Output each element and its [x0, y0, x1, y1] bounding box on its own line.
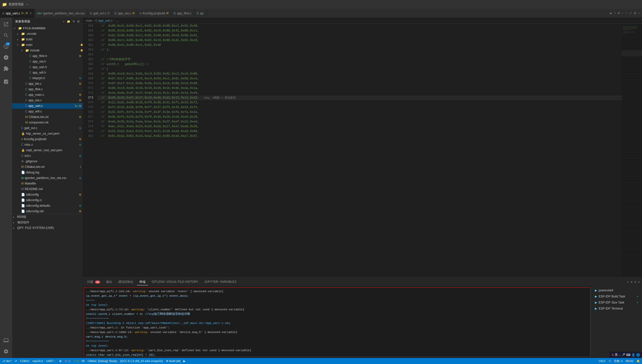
- status-spaces[interactable]: 空格: 4: [614, 359, 623, 363]
- back-icon[interactable]: ←: [622, 12, 623, 15]
- sidebar-item-misc[interactable]: ▸ C misc.c U: [12, 142, 83, 147]
- tab-gitlens[interactable]: GITLENS: VISUAL FILE HISTORY: [149, 279, 201, 285]
- sidebar-item-app-ota-c[interactable]: ▸ C app_ota.c M: [12, 98, 83, 103]
- sidebar-item-timeline[interactable]: ▸ 时间线: [12, 214, 83, 220]
- status-chip[interactable]: esp32c3: [33, 359, 43, 362]
- minimap[interactable]: [622, 24, 642, 277]
- split-icon[interactable]: ⊞: [618, 11, 620, 15]
- maximize-terminal-icon[interactable]: ∨: [634, 280, 636, 284]
- sidebar-item-app-uart-c[interactable]: ▸ C app_uart.c 9+, M: [12, 103, 83, 109]
- sidebar-item-gitignore[interactable]: ▸ ⚙ .gitignore: [12, 159, 83, 164]
- sidebar-item-mqtt-cert[interactable]: ▸ 🔒 mqtt_server_root_cert.pem: [12, 147, 83, 153]
- activity-explorer[interactable]: [2, 20, 11, 29]
- sidebar-item-kconfig[interactable]: ▸ ≡ Kconfig.projbuild M: [12, 136, 83, 142]
- activity-settings[interactable]: [2, 347, 11, 356]
- run-icon[interactable]: ▶: [610, 11, 612, 15]
- sidebar-item-app-wifi-c[interactable]: ▸ C app_wifi.c: [12, 109, 83, 114]
- status-errors[interactable]: ⊗ 20: [65, 359, 71, 363]
- add-terminal-icon[interactable]: +: [627, 280, 629, 284]
- sidebar-item-app-wifi-h[interactable]: ▸ C app_wifi.h: [12, 70, 83, 75]
- sougou-ime[interactable]: S 英 ·, 🎤 ⌨ 👤 🌐: [610, 352, 642, 358]
- expand-icon[interactable]: ⤢: [629, 11, 632, 15]
- status-warnings[interactable]: ⚠ 0: [74, 359, 78, 363]
- tab-debug-console[interactable]: 调试控制台: [116, 279, 136, 285]
- debug-icon[interactable]: ⬇: [614, 11, 616, 15]
- status-crlf[interactable]: CRLF: [599, 359, 606, 363]
- sidebar-item-vscode[interactable]: ▸ 📁 .vscode: [12, 31, 83, 37]
- status-screen[interactable]: 🖥: [59, 359, 62, 362]
- terminal-content[interactable]: ../main/app_wifi.c:191:28: warning: unus…: [84, 287, 591, 357]
- status-branch[interactable]: ⎇ dev*: [2, 359, 12, 363]
- activity-git[interactable]: 19: [2, 42, 11, 51]
- collapse-terminal-icon[interactable]: ∧: [631, 280, 633, 284]
- sidebar-item-app-uart-h[interactable]: ▸ C app_uart.h: [12, 64, 83, 70]
- sidebar-item-bleprph-h[interactable]: ▸ C bleprph.h U: [12, 75, 83, 81]
- status-build[interactable]: ⚙ Build [all]: [166, 359, 181, 363]
- tab-jupyter[interactable]: JUPYTER: VARIABLES: [202, 279, 239, 285]
- more-icon2[interactable]: ⋯: [638, 11, 640, 15]
- sidebar-item-build[interactable]: ▸ 📁 build: [12, 37, 83, 42]
- sidebar-item-app-ble[interactable]: ▸ C app_ble.c M: [12, 81, 83, 86]
- tab-output[interactable]: 输出: [104, 279, 115, 285]
- sidebar-item-component-mk[interactable]: ▸ M component.mk: [12, 120, 83, 125]
- tab-problems[interactable]: 问题 88: [85, 279, 103, 285]
- terminal-item-powershell[interactable]: ▶ powershell: [593, 288, 640, 293]
- terminal-item-espidf-size[interactable]: ▶ ESP-IDF Size Task ✓: [593, 300, 640, 305]
- tree-root[interactable]: ▾ 📁 FYLD-IGARDEN: [12, 25, 83, 31]
- refresh-icon[interactable]: ↻: [73, 20, 75, 23]
- tab-app-uart[interactable]: C app_uart.c 9+, M ✕: [0, 9, 35, 18]
- sidebar-item-sdkconfig-ci[interactable]: ▸ 📄 sdkconfig.ci: [12, 197, 83, 203]
- status-notification[interactable]: 🔔: [636, 359, 640, 363]
- sidebar-item-app-flink-c[interactable]: ▸ C app_flink.c: [12, 86, 83, 92]
- sidebar-item-debug-log[interactable]: ▸ 📄 debug.log: [12, 170, 83, 175]
- sidebar-item-makefile[interactable]: ▸ M Makefile: [12, 181, 83, 186]
- tab-terminal[interactable]: 终端: [137, 279, 148, 285]
- status-gcc[interactable]: [GCC 8.1.0 x86_64-w64-mingw32]: [120, 359, 163, 362]
- more-icon[interactable]: ⋯: [26, 2, 28, 7]
- status-cmake[interactable]: CMake: [Debug]: Ready: [88, 359, 117, 362]
- sidebar-item-cmakelists-main[interactable]: ▸ M CMakeLists.txt M: [12, 114, 83, 120]
- status-lang-c[interactable]: C: [609, 359, 611, 363]
- close-terminal-icon[interactable]: ✕: [638, 280, 640, 284]
- sidebar-item-http-cert[interactable]: ▸ 🔒 http_server_ca_cert.pem: [12, 131, 83, 136]
- sidebar-item-app-flink-h[interactable]: ▸ C app_flink.h M: [12, 53, 83, 59]
- sidebar-item-main[interactable]: ▾ 📁 main: [12, 42, 83, 48]
- status-port[interactable]: COM12: [20, 359, 30, 362]
- status-uart[interactable]: UART ↑: [46, 359, 56, 362]
- sidebar-item-sdkconfig[interactable]: ▸ 📄 sdkconfig M: [12, 192, 83, 197]
- tab-igarden[interactable]: CSV igarden_partitions_two_ota.csv: [35, 9, 87, 18]
- terminal-item-espidf-terminal[interactable]: ▶ ESP-IDF Terminal: [593, 306, 640, 311]
- activity-extensions[interactable]: [2, 64, 11, 73]
- sidebar-item-app-ota-h[interactable]: ▸ C app_ota.h: [12, 59, 83, 64]
- sidebar-item-readme[interactable]: ▸ M README.md: [12, 186, 83, 192]
- sidebar-item-qpy-fs[interactable]: ▸ QPY: FILE SYSTEM (USR): [12, 225, 83, 231]
- tab-kconfig[interactable]: ≡ Kconfig.projbuild M: [137, 9, 171, 18]
- code-editor[interactable]: 3583593603613623633643653663673683693703…: [83, 24, 622, 277]
- collapse-icon[interactable]: ⊟: [77, 20, 80, 23]
- tab-app-ota[interactable]: C app_ota.c M: [112, 9, 137, 18]
- status-sync[interactable]: ↺: [15, 359, 17, 363]
- sidebar-item-csv[interactable]: ▸ ⊞ igarden_partitions_two_ota.csv U: [12, 175, 83, 181]
- sidebar-item-sdkconfig-old[interactable]: ▸ 📄 sdkconfig.old M: [12, 208, 83, 214]
- status-play[interactable]: ▶: [183, 359, 185, 363]
- activity-remote[interactable]: [2, 336, 11, 345]
- new-folder-icon[interactable]: 📁: [67, 20, 71, 23]
- sidebar-item-cmake-root[interactable]: ▸ M CMakeLists.txt 3: [12, 164, 83, 170]
- activity-test[interactable]: [2, 77, 11, 86]
- activity-search[interactable]: [2, 31, 11, 40]
- activity-debug[interactable]: [2, 53, 11, 62]
- tab-close[interactable]: ✕: [30, 12, 32, 15]
- status-win32[interactable]: Win32: [626, 359, 633, 363]
- tab-app-flink[interactable]: C app_flink.c: [171, 9, 194, 18]
- sidebar-item-sdkconfig-defaults[interactable]: ▸ 📄 sdkconfig.defaults U: [12, 203, 83, 208]
- tab-gatt[interactable]: C gatt_svr.c U: [87, 9, 112, 18]
- sidebar-item-gatt-svr[interactable]: ▸ C gatt_svr.c U: [12, 125, 83, 131]
- terminal-item-espidf-build[interactable]: ▶ ESP-IDF Build Task ✓: [593, 294, 640, 299]
- status-info[interactable]: 68: [81, 359, 84, 362]
- sidebar-item-include[interactable]: ▾ 📁 include: [12, 48, 83, 53]
- sidebar-item-app-main[interactable]: ▸ C app_main.c M: [12, 92, 83, 98]
- layout-icon[interactable]: ⧉: [634, 12, 636, 15]
- tab-ap[interactable]: C ap: [194, 9, 206, 18]
- sidebar-item-scli[interactable]: ▸ C scli.c U: [12, 153, 83, 159]
- new-file-icon[interactable]: +: [63, 20, 65, 23]
